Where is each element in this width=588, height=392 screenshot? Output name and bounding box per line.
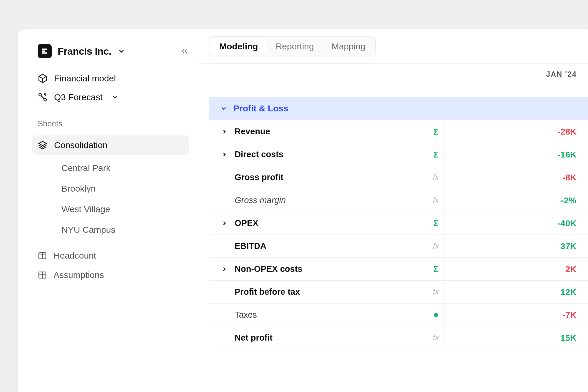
sidebar-item-assumptions[interactable]: Assumptions: [32, 265, 189, 285]
sidebar-item-label: Consolidation: [54, 140, 108, 150]
grid-row[interactable]: RevenueΣ-28K: [209, 120, 588, 143]
row-label: Direct costs: [235, 150, 283, 159]
row-label: Revenue: [235, 127, 270, 136]
row-value[interactable]: -40K: [445, 212, 588, 234]
dot-icon: [434, 313, 438, 317]
fx-icon: fx: [433, 196, 439, 205]
app-window: Francis Inc. Financial model Q3 Forecast: [18, 29, 588, 392]
sigma-icon: Σ: [433, 264, 438, 274]
grid-row[interactable]: Net profitfx15K: [209, 326, 588, 349]
grid-row[interactable]: Profit before taxfx12K: [209, 281, 588, 304]
fx-icon: fx: [433, 287, 439, 296]
company-switcher[interactable]: Francis Inc.: [38, 44, 189, 58]
row-type-cell: Σ: [427, 258, 445, 280]
grid-row[interactable]: Direct costsΣ-16K: [209, 143, 588, 166]
grid-row[interactable]: Non-OPEX costsΣ2K: [209, 258, 588, 281]
row-type-cell: fx: [427, 235, 445, 257]
row-type-cell: Σ: [427, 120, 445, 143]
row-type-cell: Σ: [427, 212, 445, 234]
table-icon: [38, 251, 47, 260]
sidebar-item-nyu-campus[interactable]: NYU Campus: [61, 220, 189, 240]
row-label: Gross margin: [235, 195, 286, 205]
row-label: Profit before tax: [235, 287, 300, 297]
row-label: Taxes: [235, 310, 257, 320]
row-value[interactable]: -2%: [445, 189, 588, 212]
chevron-right-icon: [220, 266, 229, 272]
row-type-cell: [427, 304, 445, 326]
period-label: JAN '24: [434, 64, 588, 85]
forecast-label: Q3 Forecast: [54, 92, 103, 102]
chevron-right-icon: [220, 151, 229, 158]
model-selector[interactable]: Financial model: [38, 73, 189, 83]
row-name-cell[interactable]: Non-OPEX costs: [209, 258, 427, 280]
row-name-cell[interactable]: Revenue: [209, 120, 427, 143]
grid-row[interactable]: Gross marginfx-2%: [209, 189, 588, 212]
sigma-icon: Σ: [433, 218, 438, 228]
layers-icon: [38, 140, 48, 150]
sidebar-item-west-village[interactable]: West Village: [61, 199, 189, 220]
sidebar-item-consolidation[interactable]: Consolidation: [32, 135, 189, 155]
row-label: Non-OPEX costs: [235, 264, 302, 274]
row-value[interactable]: 12K: [445, 281, 588, 303]
cube-icon: [38, 73, 48, 83]
pnl-grid: Profit & Loss RevenueΣ-28KDirect costsΣ-…: [199, 85, 588, 349]
row-value[interactable]: -28K: [445, 120, 588, 143]
row-value[interactable]: 15K: [445, 326, 588, 349]
chevron-down-icon: [220, 105, 228, 112]
grid-row[interactable]: Gross profitfx-8K: [209, 166, 588, 189]
chevron-down-icon: [111, 93, 119, 101]
row-value[interactable]: -16K: [445, 143, 588, 166]
row-value[interactable]: 2K: [445, 258, 588, 280]
row-name-cell[interactable]: Gross margin: [209, 189, 427, 212]
fx-icon: fx: [433, 242, 439, 251]
chevron-right-icon: [220, 220, 229, 227]
row-name-cell[interactable]: Gross profit: [209, 166, 427, 189]
company-name: Francis Inc.: [58, 46, 111, 57]
row-name-cell[interactable]: Net profit: [209, 326, 427, 349]
tab-bar: Modeling Reporting Mapping: [199, 29, 588, 64]
branch-icon: [38, 92, 48, 102]
tab-mapping[interactable]: Mapping: [323, 38, 374, 55]
row-value[interactable]: -7K: [445, 304, 588, 326]
model-label: Financial model: [54, 73, 116, 83]
row-name-cell[interactable]: EBITDA: [209, 235, 427, 257]
sidebar: Francis Inc. Financial model Q3 Forecast: [18, 29, 199, 392]
row-value[interactable]: 37K: [445, 235, 588, 257]
row-value[interactable]: -8K: [445, 166, 588, 189]
tab-group: Modeling Reporting Mapping: [209, 36, 376, 56]
sheets-heading: Sheets: [38, 119, 189, 128]
grid-row[interactable]: OPEXΣ-40K: [209, 212, 588, 235]
row-type-cell: fx: [427, 281, 445, 303]
row-name-cell[interactable]: Taxes: [209, 304, 427, 326]
chevron-down-icon: [117, 47, 126, 55]
sidebar-item-headcount[interactable]: Headcount: [32, 246, 189, 265]
sigma-icon: Σ: [433, 127, 438, 137]
fx-icon: fx: [433, 173, 439, 182]
row-type-cell: fx: [427, 189, 445, 212]
collapse-sidebar-button[interactable]: [181, 47, 189, 55]
sidebar-item-label: Headcount: [54, 251, 96, 261]
sidebar-item-label: Assumptions: [54, 270, 104, 280]
section-title: Profit & Loss: [233, 103, 288, 113]
row-label: EBITDA: [235, 241, 266, 251]
row-name-cell[interactable]: Direct costs: [209, 143, 427, 166]
grid-row[interactable]: Taxes-7K: [209, 304, 588, 326]
tab-modeling[interactable]: Modeling: [211, 38, 267, 55]
row-name-cell[interactable]: OPEX: [209, 212, 427, 234]
forecast-selector[interactable]: Q3 Forecast: [38, 92, 189, 102]
period-spacer: [199, 64, 434, 85]
section-profit-loss[interactable]: Profit & Loss: [209, 97, 588, 120]
sidebar-item-brooklyn[interactable]: Brooklyn: [61, 178, 189, 199]
row-name-cell[interactable]: Profit before tax: [209, 281, 427, 303]
tab-reporting[interactable]: Reporting: [267, 38, 323, 55]
sigma-icon: Σ: [433, 150, 438, 160]
chevron-right-icon: [220, 128, 229, 135]
consolidation-children: Central Park Brooklyn West Village NYU C…: [50, 158, 189, 240]
grid-row[interactable]: EBITDAfx37K: [209, 235, 588, 258]
fx-icon: fx: [433, 333, 439, 342]
row-type-cell: Σ: [427, 143, 445, 166]
sidebar-item-central-park[interactable]: Central Park: [61, 158, 189, 178]
row-label: Net profit: [235, 333, 273, 343]
row-type-cell: fx: [427, 166, 445, 189]
row-label: Gross profit: [235, 172, 283, 182]
